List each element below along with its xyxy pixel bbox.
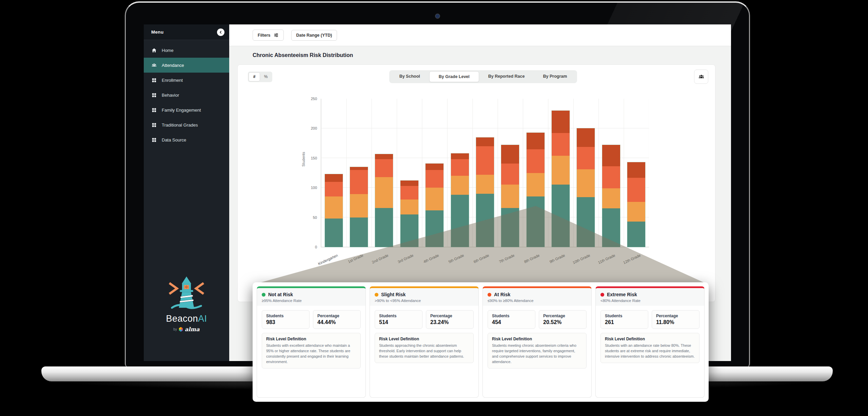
bar-column-3 bbox=[372, 99, 397, 247]
tab-by-grade-level[interactable]: By Grade Level bbox=[429, 71, 479, 82]
bar-segment-at-risk[interactable] bbox=[501, 164, 519, 185]
percent-toggle-button[interactable]: % bbox=[260, 72, 272, 81]
sidebar-collapse-button[interactable] bbox=[217, 29, 224, 36]
bar-segment-not-at-risk[interactable] bbox=[627, 222, 645, 247]
risk-card-header: At Risk ≤90% to ≥80% Attendance bbox=[483, 288, 591, 306]
bar-segment-slight-risk[interactable] bbox=[501, 185, 519, 208]
bar-segment-slight-risk[interactable] bbox=[426, 188, 443, 210]
bar-column-2 bbox=[346, 99, 371, 247]
bar-segment-extreme-risk[interactable] bbox=[501, 145, 519, 163]
bar-segment-at-risk[interactable] bbox=[375, 159, 393, 177]
percentage-stat: Percentage 44.44% bbox=[313, 310, 361, 329]
bar-segment-extreme-risk[interactable] bbox=[577, 128, 595, 147]
bar-segment-slight-risk[interactable] bbox=[527, 173, 545, 197]
sidebar-item-attendance[interactable]: Attendance bbox=[144, 58, 229, 73]
students-value: 983 bbox=[266, 319, 305, 325]
tab-by-reported-race[interactable]: By Reported Race bbox=[479, 71, 534, 82]
bar-segment-extreme-risk[interactable] bbox=[375, 154, 393, 159]
count-toggle-button[interactable]: # bbox=[249, 72, 260, 81]
status-dot bbox=[375, 293, 378, 297]
filters-label: Filters bbox=[258, 33, 271, 38]
bar-segment-not-at-risk[interactable] bbox=[375, 208, 393, 247]
bar-segment-slight-risk[interactable] bbox=[400, 200, 418, 214]
bar-segment-slight-risk[interactable] bbox=[325, 196, 343, 219]
sidebar-item-label: Traditional Grades bbox=[162, 122, 198, 128]
sidebar-item-data-source[interactable]: Data Source bbox=[144, 132, 229, 147]
bar-segment-slight-risk[interactable] bbox=[476, 175, 494, 194]
alma-hexagon-icon bbox=[179, 327, 183, 332]
sidebar-item-label: Attendance bbox=[162, 63, 184, 68]
bar-segment-at-risk[interactable] bbox=[476, 146, 494, 175]
date-range-button[interactable]: Date Range (YTD) bbox=[291, 30, 337, 41]
y-axis-tick: 100 bbox=[311, 186, 317, 190]
bar-segment-slight-risk[interactable] bbox=[602, 188, 620, 208]
bar-segment-slight-risk[interactable] bbox=[451, 176, 469, 195]
sidebar-item-traditional-grades[interactable]: Traditional Grades bbox=[144, 117, 229, 132]
bar-column-5 bbox=[422, 99, 447, 247]
y-axis-tick: 200 bbox=[311, 127, 317, 130]
bar-segment-at-risk[interactable] bbox=[350, 170, 368, 194]
percentage-value: 20.52% bbox=[543, 319, 582, 325]
y-axis-tick: 50 bbox=[313, 216, 317, 220]
percentage-label: Percentage bbox=[317, 314, 356, 318]
menu-title: Menu bbox=[151, 30, 163, 35]
bar-segment-at-risk[interactable] bbox=[627, 178, 645, 202]
bar-segment-at-risk[interactable] bbox=[400, 186, 418, 200]
percentage-stat: Percentage 23.24% bbox=[426, 310, 474, 329]
bar-segment-extreme-risk[interactable] bbox=[350, 167, 368, 170]
students-label: Students bbox=[605, 314, 644, 318]
bar-segment-extreme-risk[interactable] bbox=[476, 137, 494, 146]
bar-segment-extreme-risk[interactable] bbox=[552, 111, 570, 133]
bar-segment-at-risk[interactable] bbox=[527, 149, 545, 173]
students-view-button[interactable] bbox=[694, 70, 708, 84]
breakdown-tabbar: By School By Grade Level By Reported Rac… bbox=[389, 70, 577, 83]
bar-segment-at-risk[interactable] bbox=[451, 159, 469, 176]
bar-segment-extreme-risk[interactable] bbox=[325, 174, 343, 182]
percentage-value: 44.44% bbox=[317, 319, 356, 325]
stacked-bar bbox=[350, 167, 368, 247]
page-title: Chronic Absenteeism Risk Distribution bbox=[253, 52, 353, 58]
students-value: 454 bbox=[492, 319, 531, 325]
risk-definition: Risk Level Definition Students with an a… bbox=[600, 333, 699, 363]
sidebar-item-family-engagement[interactable]: Family Engagement bbox=[144, 102, 229, 117]
bar-segment-slight-risk[interactable] bbox=[375, 177, 393, 208]
sidebar-item-label: Behavior bbox=[162, 93, 179, 98]
tab-by-school[interactable]: By School bbox=[390, 71, 429, 82]
bar-segment-at-risk[interactable] bbox=[552, 133, 570, 155]
tab-by-program[interactable]: By Program bbox=[534, 71, 576, 82]
risk-definition: Risk Level Definition Students approachi… bbox=[375, 333, 474, 363]
risk-card-header: Extreme Risk <80% Attendance Rate bbox=[596, 288, 704, 306]
students-label: Students bbox=[492, 314, 531, 318]
sidebar-item-behavior[interactable]: Behavior bbox=[144, 88, 229, 102]
bar-segment-at-risk[interactable] bbox=[577, 147, 595, 169]
bar-segment-not-at-risk[interactable] bbox=[350, 218, 368, 247]
bar-column-12 bbox=[598, 99, 624, 247]
sidebar-item-home[interactable]: Home bbox=[144, 43, 229, 58]
filters-button[interactable]: Filters bbox=[253, 30, 284, 41]
chart-toolbar: # % By School By Grade Level By Reported… bbox=[238, 65, 715, 84]
bar-segment-slight-risk[interactable] bbox=[552, 156, 570, 185]
bar-segment-extreme-risk[interactable] bbox=[602, 145, 620, 166]
bar-segment-not-at-risk[interactable] bbox=[325, 219, 343, 247]
sidebar: Menu HomeAttendanceEnrollmentBehaviorFam… bbox=[144, 24, 229, 361]
count-percent-toggle: # % bbox=[248, 72, 272, 82]
grid-icon bbox=[151, 92, 157, 98]
y-axis-title: Students bbox=[301, 152, 305, 167]
bar-segment-extreme-risk[interactable] bbox=[426, 164, 443, 170]
bar-segment-at-risk[interactable] bbox=[602, 166, 620, 188]
definition-title: Risk Level Definition bbox=[266, 337, 356, 341]
brand-logo: BeaconAI by alma bbox=[144, 275, 229, 333]
bar-segment-slight-risk[interactable] bbox=[577, 169, 595, 197]
risk-card-header: Slight Risk >90% to <95% Attendance bbox=[370, 288, 478, 306]
bar-segment-extreme-risk[interactable] bbox=[527, 133, 545, 149]
bar-segment-extreme-risk[interactable] bbox=[451, 153, 469, 159]
sidebar-item-enrollment[interactable]: Enrollment bbox=[144, 73, 229, 88]
risk-card-slight-risk: Slight Risk >90% to <95% Attendance Stud… bbox=[370, 286, 479, 398]
bar-segment-slight-risk[interactable] bbox=[350, 194, 368, 217]
bar-segment-extreme-risk[interactable] bbox=[400, 181, 418, 186]
bar-segment-at-risk[interactable] bbox=[325, 182, 343, 197]
percentage-label: Percentage bbox=[430, 314, 469, 318]
bar-segment-extreme-risk[interactable] bbox=[627, 162, 645, 177]
bar-segment-at-risk[interactable] bbox=[426, 170, 443, 188]
bar-segment-slight-risk[interactable] bbox=[627, 202, 645, 222]
